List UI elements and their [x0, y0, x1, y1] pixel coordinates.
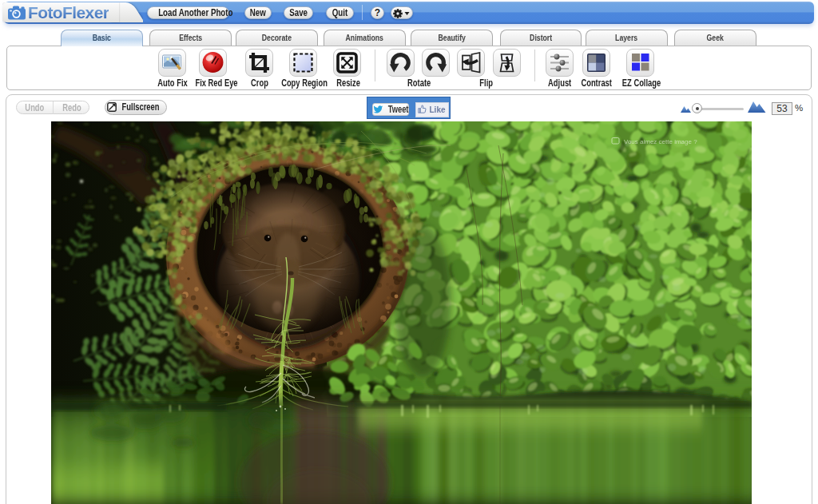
svg-text:Vous aimez cette image ?: Vous aimez cette image ?: [624, 138, 697, 145]
